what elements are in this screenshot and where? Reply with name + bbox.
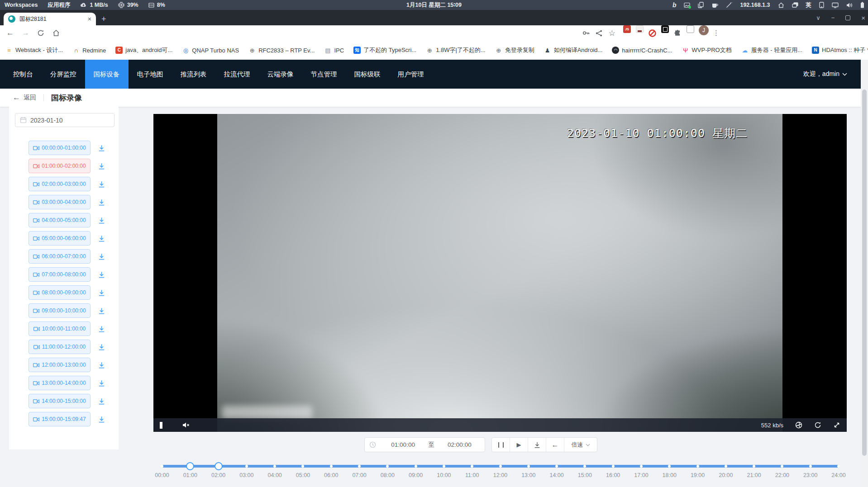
bookmark-5[interactable]: ▤IPC [324, 47, 344, 54]
time-range-input[interactable]: 01:00:00 至 02:00:00 [364, 437, 485, 452]
pause-button[interactable] [492, 438, 510, 452]
recording-segment-5[interactable]: 05:00:00-06:00:00 [29, 231, 91, 246]
recording-segment-10[interactable]: 10:00:00-11:00:00 [29, 322, 91, 336]
recording-segment-12[interactable]: 12:00:00-13:00:00 [29, 358, 91, 372]
extension-doc-icon[interactable] [636, 25, 644, 33]
download-recording-button-14[interactable] [98, 397, 105, 405]
window-close-button[interactable]: × [861, 14, 865, 22]
recording-segment-7[interactable]: 07:00:00-08:00:00 [29, 267, 91, 282]
download-recording-button-1[interactable] [98, 162, 105, 170]
browser-tab[interactable]: 国标28181 × [4, 13, 96, 25]
bookmark-9[interactable]: ♟如何编译Android... [544, 46, 603, 54]
download-recording-button-5[interactable] [98, 235, 105, 242]
ip-address[interactable]: 192.168.1.3 [740, 2, 770, 8]
timeline-slider[interactable]: 00:0001:0002:0003:0004:0005:0006:0007:00… [162, 465, 839, 486]
recording-segment-3[interactable]: 03:00:00-04:00:00 [29, 195, 91, 209]
pen-icon[interactable] [726, 2, 732, 8]
download-recording-button-4[interactable] [98, 217, 105, 224]
battery-icon[interactable] [860, 2, 864, 8]
nav-tab-7[interactable]: 节点管理 [302, 60, 346, 89]
bookmark-star-icon[interactable]: ☆ [609, 25, 615, 41]
bookmark-11[interactable]: ΨWVP-PRO文档 [682, 46, 732, 54]
bookmark-12[interactable]: ☁服务器 - 轻量应用... [741, 46, 802, 54]
recording-segment-2[interactable]: 02:00:00-03:00:00 [29, 177, 91, 191]
bookmark-13[interactable]: NHDAtmos :: 种子 *... [812, 46, 868, 54]
recording-segment-15[interactable]: 15:00:00-15:09:47 [29, 412, 91, 426]
recording-segment-4[interactable]: 04:00:00-05:00:00 [29, 213, 91, 227]
forward-icon[interactable]: → [22, 25, 29, 41]
bookmark-10[interactable]: ◠hairrrrr/C-CrashC... [612, 47, 672, 54]
speed-dropdown[interactable]: 倍速 [564, 438, 597, 452]
browser-menu-icon[interactable]: ⋮ [713, 25, 720, 41]
player-refresh-button[interactable] [814, 421, 821, 429]
download-recording-button-12[interactable] [98, 361, 105, 369]
nav-tab-0[interactable]: 控制台 [5, 60, 42, 89]
recording-segment-6[interactable]: 06:00:00-07:00:00 [29, 249, 91, 264]
keyboard-language-indicator[interactable]: 英 [806, 1, 812, 9]
date-picker[interactable]: 2023-01-10 [15, 113, 114, 127]
extensions-puzzle-icon[interactable] [674, 25, 682, 41]
scrollbar-thumb[interactable] [862, 90, 867, 456]
recording-segment-11[interactable]: 11:00:00-12:00:00 [29, 340, 91, 354]
player-mute-button[interactable] [182, 422, 191, 428]
bookmark-4[interactable]: ⊕RFC2833 – RTP Ev... [248, 47, 315, 54]
clock[interactable]: 1月10日 星期二 15∶09 [406, 1, 462, 9]
nav-tab-2[interactable]: 国标设备 [85, 60, 129, 89]
extension-frame-icon[interactable] [687, 25, 694, 33]
player-pause-button[interactable] [160, 422, 162, 429]
tab-search-chevron-icon[interactable]: ∨ [816, 14, 820, 21]
window-maximize-button[interactable] [845, 15, 850, 20]
bookmark-6[interactable]: 知了不起的 TypeScri... [353, 46, 416, 54]
snapshot-button[interactable] [795, 421, 802, 429]
download-recording-button-8[interactable] [98, 289, 105, 297]
bookmark-3[interactable]: ◎QNAP Turbo NAS [182, 47, 239, 54]
download-recording-button-6[interactable] [98, 253, 105, 260]
download-button[interactable] [528, 438, 546, 452]
download-recording-button-7[interactable] [98, 271, 105, 279]
recording-segment-14[interactable]: 14:00:00-15:00:00 [29, 394, 91, 408]
layers-icon[interactable] [792, 2, 798, 8]
nav-tab-9[interactable]: 用户管理 [389, 60, 433, 89]
download-recording-button-11[interactable] [98, 343, 105, 351]
recording-segment-1-active[interactable]: 01:00:00-02:00:00 [29, 159, 91, 173]
nav-tab-6[interactable]: 云端录像 [259, 60, 302, 89]
phone-icon[interactable] [819, 2, 824, 8]
timeline-handle-02:00[interactable] [215, 462, 223, 470]
extension-js-icon[interactable]: JS [623, 25, 631, 33]
timeline-handle-01:00[interactable] [186, 462, 194, 470]
extension-dark-icon[interactable] [661, 25, 669, 33]
extension-blocker-icon[interactable] [649, 25, 656, 41]
tab-close-button[interactable]: × [88, 16, 91, 22]
profile-avatar[interactable]: J [699, 25, 709, 35]
reload-icon[interactable] [37, 25, 44, 41]
new-tab-button[interactable]: + [101, 14, 106, 24]
nav-tab-5[interactable]: 拉流代理 [215, 60, 259, 89]
home-button-icon[interactable] [52, 25, 60, 41]
nav-tab-3[interactable]: 电子地图 [129, 60, 172, 89]
download-recording-button-3[interactable] [98, 199, 105, 206]
download-recording-button-9[interactable] [98, 307, 105, 315]
recording-segment-9[interactable]: 09:00:00-10:00:00 [29, 303, 91, 318]
share-icon[interactable] [595, 25, 603, 41]
recording-segment-8[interactable]: 08:00:00-09:00:00 [29, 285, 91, 300]
password-key-icon[interactable] [582, 25, 590, 41]
start-time-value[interactable]: 01:00:00 [378, 441, 428, 448]
download-recording-button-10[interactable] [98, 325, 105, 333]
volume-icon[interactable] [846, 2, 853, 8]
play-button[interactable]: ▶ [510, 438, 528, 452]
video-player[interactable]: 2023-01-10 01:00:00 星期二 552 kb/s [153, 114, 847, 432]
fullscreen-button[interactable] [833, 421, 840, 429]
bookmark-0[interactable]: ≡Webstack - 设计... [5, 46, 63, 54]
download-recording-button-13[interactable] [98, 379, 105, 387]
back-icon[interactable]: ← [6, 25, 14, 41]
bookmark-1[interactable]: ∩Redmine [72, 47, 106, 54]
user-menu[interactable]: 欢迎，admin [803, 60, 847, 89]
recording-segment-0[interactable]: 00:00:00-01:00:00 [29, 141, 91, 155]
bookmark-2[interactable]: Cjava、android可... [115, 46, 172, 54]
bookmark-7[interactable]: ⊕1.8W字|了不起的... [426, 46, 486, 54]
nav-tab-8[interactable]: 国标级联 [346, 60, 389, 89]
seek-back-button[interactable]: ← [546, 438, 564, 452]
workspaces-button[interactable]: Workspaces [5, 2, 38, 8]
end-time-value[interactable]: 02:00:00 [434, 441, 485, 448]
window-minimize-button[interactable]: − [831, 14, 835, 21]
